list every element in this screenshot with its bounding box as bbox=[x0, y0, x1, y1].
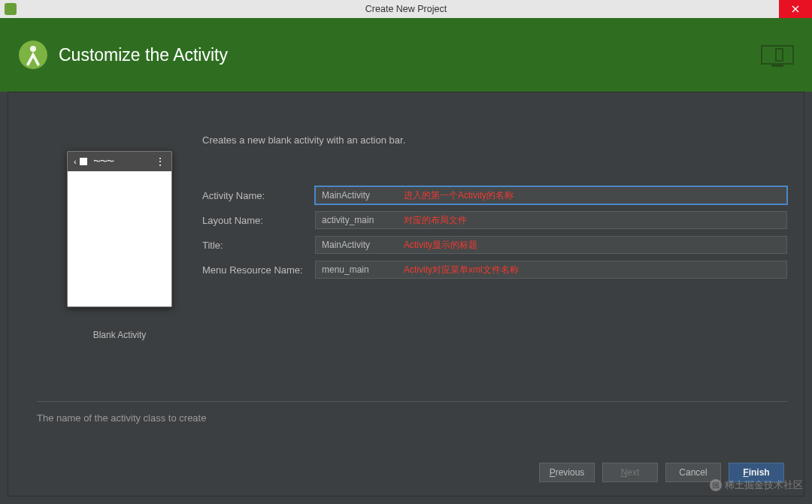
preview-label: Blank Activity bbox=[93, 330, 147, 340]
panel: ‹ 〜〜〜 ⋮ Blank Activity Creates a new bla… bbox=[8, 92, 804, 496]
form-row: Activity Name:进入的第一个Activity的名称 bbox=[202, 186, 787, 204]
close-button[interactable] bbox=[779, 0, 812, 18]
header: Customize the Activity bbox=[0, 18, 812, 92]
svg-rect-3 bbox=[771, 64, 783, 67]
window-controls bbox=[779, 0, 812, 18]
back-icon: ‹ bbox=[74, 157, 77, 166]
footer: The name of the activity class to create… bbox=[37, 401, 787, 496]
svg-rect-2 bbox=[776, 49, 783, 61]
field-input-0[interactable] bbox=[315, 186, 787, 204]
next-button[interactable]: Next bbox=[602, 463, 658, 482]
help-text: The name of the activity class to create bbox=[37, 412, 787, 424]
content: ‹ 〜〜〜 ⋮ Blank Activity Creates a new bla… bbox=[37, 92, 787, 401]
titlebar: Create New Project bbox=[0, 0, 812, 18]
window: Create New Project Customize the Activit… bbox=[0, 0, 812, 504]
preview-column: ‹ 〜〜〜 ⋮ Blank Activity bbox=[37, 92, 202, 401]
form-row: Layout Name:对应的布局文件 bbox=[202, 211, 787, 229]
cancel-button[interactable]: Cancel bbox=[665, 463, 721, 482]
field-wrap: 对应的布局文件 bbox=[315, 211, 787, 229]
android-studio-icon bbox=[18, 40, 48, 70]
form-column: Creates a new blank activity with an act… bbox=[202, 92, 787, 401]
body: ‹ 〜〜〜 ⋮ Blank Activity Creates a new bla… bbox=[0, 92, 812, 504]
finish-button[interactable]: Finish bbox=[729, 463, 784, 482]
button-bar: Previous Next Cancel Finish bbox=[37, 463, 787, 488]
field-label: Menu Resource Name: bbox=[202, 264, 315, 276]
app-icon bbox=[5, 3, 17, 15]
phone-body bbox=[68, 171, 171, 306]
preview-phone: ‹ 〜〜〜 ⋮ bbox=[67, 151, 172, 307]
field-input-3[interactable] bbox=[315, 261, 787, 279]
close-icon bbox=[792, 5, 799, 13]
form-row: Menu Resource Name:Activity对应菜单xml文件名称 bbox=[202, 261, 787, 279]
field-wrap: Activity显示的标题 bbox=[315, 236, 787, 254]
field-input-1[interactable] bbox=[315, 211, 787, 229]
wave-icon: 〜〜〜 bbox=[93, 156, 114, 167]
field-wrap: 进入的第一个Activity的名称 bbox=[315, 186, 787, 204]
form-row: Title:Activity显示的标题 bbox=[202, 236, 787, 254]
form-description: Creates a new blank activity with an act… bbox=[202, 134, 787, 146]
phone-app-icon bbox=[80, 158, 87, 165]
field-label: Activity Name: bbox=[202, 190, 315, 201]
previous-button[interactable]: Previous bbox=[539, 463, 595, 482]
field-label: Layout Name: bbox=[202, 215, 315, 226]
field-wrap: Activity对应菜单xml文件名称 bbox=[315, 261, 787, 279]
window-title: Create New Project bbox=[365, 4, 447, 14]
field-input-2[interactable] bbox=[315, 236, 787, 254]
form-rows: Activity Name:进入的第一个Activity的名称Layout Na… bbox=[202, 186, 787, 279]
overflow-icon: ⋮ bbox=[155, 158, 165, 165]
field-label: Title: bbox=[202, 240, 315, 251]
phone-actionbar: ‹ 〜〜〜 ⋮ bbox=[68, 152, 171, 171]
device-icon bbox=[761, 45, 794, 68]
page-title: Customize the Activity bbox=[59, 45, 228, 65]
